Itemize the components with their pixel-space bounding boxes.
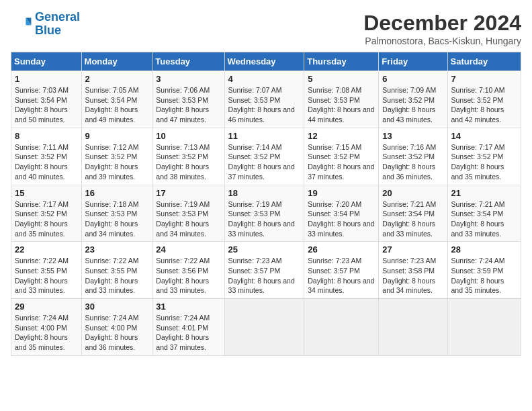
calendar-table: SundayMondayTuesdayWednesdayThursdayFrid… xyxy=(11,52,521,356)
calendar-cell-14: 14Sunrise: 7:17 AMSunset: 3:52 PMDayligh… xyxy=(447,128,521,185)
calendar-cell-28: 28Sunrise: 7:24 AMSunset: 3:59 PMDayligh… xyxy=(447,242,521,299)
logo: General Blue xyxy=(11,11,80,38)
day-number: 28 xyxy=(451,244,517,255)
day-info: Sunrise: 7:18 AMSunset: 3:53 PMDaylight:… xyxy=(85,199,149,239)
calendar-cell-1: 1Sunrise: 7:03 AMSunset: 3:54 PMDaylight… xyxy=(11,71,82,128)
title-block: December 2024 Palmonostora, Bacs-Kiskun,… xyxy=(363,11,521,46)
day-number: 25 xyxy=(228,244,301,255)
calendar-cell-8: 8Sunrise: 7:11 AMSunset: 3:52 PMDaylight… xyxy=(11,128,82,185)
day-number: 7 xyxy=(451,74,517,84)
day-number: 31 xyxy=(156,302,220,312)
calendar-cell-31: 31Sunrise: 7:24 AMSunset: 4:01 PMDayligh… xyxy=(152,299,224,356)
day-info: Sunrise: 7:09 AMSunset: 3:52 PMDaylight:… xyxy=(382,85,443,125)
calendar-body: 1Sunrise: 7:03 AMSunset: 3:54 PMDaylight… xyxy=(11,71,521,356)
calendar-cell-3: 3Sunrise: 7:06 AMSunset: 3:53 PMDaylight… xyxy=(152,71,224,128)
day-number: 3 xyxy=(156,74,220,84)
calendar-title: December 2024 xyxy=(363,11,521,36)
day-number: 18 xyxy=(228,188,301,198)
calendar-cell-empty-4-4 xyxy=(304,299,379,356)
day-info: Sunrise: 7:13 AMSunset: 3:52 PMDaylight:… xyxy=(156,142,220,182)
calendar-cell-27: 27Sunrise: 7:23 AMSunset: 3:58 PMDayligh… xyxy=(379,242,447,299)
day-info: Sunrise: 7:15 AMSunset: 3:52 PMDaylight:… xyxy=(308,142,375,182)
logo-icon xyxy=(11,13,32,35)
logo-text: General Blue xyxy=(35,11,80,38)
calendar-week-1: 8Sunrise: 7:11 AMSunset: 3:52 PMDaylight… xyxy=(11,128,521,185)
calendar-cell-13: 13Sunrise: 7:16 AMSunset: 3:52 PMDayligh… xyxy=(379,128,447,185)
day-info: Sunrise: 7:11 AMSunset: 3:52 PMDaylight:… xyxy=(15,142,78,182)
day-number: 26 xyxy=(308,244,375,255)
calendar-cell-empty-4-3 xyxy=(224,299,304,356)
calendar-cell-2: 2Sunrise: 7:05 AMSunset: 3:54 PMDaylight… xyxy=(81,71,152,128)
day-info: Sunrise: 7:24 AMSunset: 4:00 PMDaylight:… xyxy=(85,313,149,353)
calendar-subtitle: Palmonostora, Bacs-Kiskun, Hungary xyxy=(363,36,521,46)
day-number: 4 xyxy=(228,74,301,84)
calendar-cell-7: 7Sunrise: 7:10 AMSunset: 3:52 PMDaylight… xyxy=(447,71,521,128)
header-tuesday: Tuesday xyxy=(152,52,224,71)
day-info: Sunrise: 7:22 AMSunset: 3:55 PMDaylight:… xyxy=(15,256,78,295)
day-info: Sunrise: 7:12 AMSunset: 3:52 PMDaylight:… xyxy=(85,142,149,182)
calendar-cell-16: 16Sunrise: 7:18 AMSunset: 3:53 PMDayligh… xyxy=(81,185,152,242)
day-info: Sunrise: 7:19 AMSunset: 3:53 PMDaylight:… xyxy=(228,199,301,239)
calendar-cell-29: 29Sunrise: 7:24 AMSunset: 4:00 PMDayligh… xyxy=(11,299,82,356)
calendar-cell-23: 23Sunrise: 7:22 AMSunset: 3:55 PMDayligh… xyxy=(81,242,152,299)
calendar-cell-10: 10Sunrise: 7:13 AMSunset: 3:52 PMDayligh… xyxy=(152,128,224,185)
day-info: Sunrise: 7:17 AMSunset: 3:52 PMDaylight:… xyxy=(15,199,78,239)
calendar-cell-5: 5Sunrise: 7:08 AMSunset: 3:53 PMDaylight… xyxy=(304,71,379,128)
calendar-cell-30: 30Sunrise: 7:24 AMSunset: 4:00 PMDayligh… xyxy=(81,299,152,356)
page-header: General Blue December 2024 Palmonostora,… xyxy=(11,11,521,46)
calendar-cell-empty-4-5 xyxy=(379,299,447,356)
day-number: 5 xyxy=(308,74,375,84)
day-number: 23 xyxy=(85,244,149,255)
calendar-cell-18: 18Sunrise: 7:19 AMSunset: 3:53 PMDayligh… xyxy=(224,185,304,242)
day-number: 16 xyxy=(85,188,149,198)
day-number: 14 xyxy=(451,131,517,141)
day-info: Sunrise: 7:17 AMSunset: 3:52 PMDaylight:… xyxy=(451,142,517,182)
day-number: 13 xyxy=(382,131,443,141)
calendar-cell-empty-4-6 xyxy=(447,299,521,356)
day-info: Sunrise: 7:21 AMSunset: 3:54 PMDaylight:… xyxy=(382,199,443,239)
calendar-week-4: 29Sunrise: 7:24 AMSunset: 4:00 PMDayligh… xyxy=(11,299,521,356)
calendar-week-3: 22Sunrise: 7:22 AMSunset: 3:55 PMDayligh… xyxy=(11,242,521,299)
day-number: 1 xyxy=(15,74,78,84)
day-info: Sunrise: 7:24 AMSunset: 4:01 PMDaylight:… xyxy=(156,313,220,353)
header-saturday: Saturday xyxy=(447,52,521,71)
day-number: 24 xyxy=(156,244,220,255)
logo-line1: General xyxy=(35,10,80,24)
header-wednesday: Wednesday xyxy=(224,52,304,71)
calendar-cell-12: 12Sunrise: 7:15 AMSunset: 3:52 PMDayligh… xyxy=(304,128,379,185)
calendar-header-row: SundayMondayTuesdayWednesdayThursdayFrid… xyxy=(11,52,521,71)
day-info: Sunrise: 7:23 AMSunset: 3:57 PMDaylight:… xyxy=(308,256,375,295)
calendar-cell-6: 6Sunrise: 7:09 AMSunset: 3:52 PMDaylight… xyxy=(379,71,447,128)
day-info: Sunrise: 7:07 AMSunset: 3:53 PMDaylight:… xyxy=(228,85,301,125)
day-info: Sunrise: 7:10 AMSunset: 3:52 PMDaylight:… xyxy=(451,85,517,125)
calendar-cell-26: 26Sunrise: 7:23 AMSunset: 3:57 PMDayligh… xyxy=(304,242,379,299)
calendar-week-0: 1Sunrise: 7:03 AMSunset: 3:54 PMDaylight… xyxy=(11,71,521,128)
day-number: 30 xyxy=(85,302,149,312)
day-number: 6 xyxy=(382,74,443,84)
day-number: 9 xyxy=(85,131,149,141)
day-info: Sunrise: 7:06 AMSunset: 3:53 PMDaylight:… xyxy=(156,85,220,125)
day-info: Sunrise: 7:08 AMSunset: 3:53 PMDaylight:… xyxy=(308,85,375,125)
calendar-cell-17: 17Sunrise: 7:19 AMSunset: 3:53 PMDayligh… xyxy=(152,185,224,242)
day-number: 2 xyxy=(85,74,149,84)
day-info: Sunrise: 7:22 AMSunset: 3:56 PMDaylight:… xyxy=(156,256,220,295)
day-number: 10 xyxy=(156,131,220,141)
header-thursday: Thursday xyxy=(304,52,379,71)
day-number: 22 xyxy=(15,244,78,255)
calendar-cell-21: 21Sunrise: 7:21 AMSunset: 3:54 PMDayligh… xyxy=(447,185,521,242)
calendar-cell-9: 9Sunrise: 7:12 AMSunset: 3:52 PMDaylight… xyxy=(81,128,152,185)
calendar-cell-15: 15Sunrise: 7:17 AMSunset: 3:52 PMDayligh… xyxy=(11,185,82,242)
day-info: Sunrise: 7:20 AMSunset: 3:54 PMDaylight:… xyxy=(308,199,375,239)
day-info: Sunrise: 7:05 AMSunset: 3:54 PMDaylight:… xyxy=(85,85,149,125)
calendar-cell-11: 11Sunrise: 7:14 AMSunset: 3:52 PMDayligh… xyxy=(224,128,304,185)
day-number: 8 xyxy=(15,131,78,141)
calendar-cell-25: 25Sunrise: 7:23 AMSunset: 3:57 PMDayligh… xyxy=(224,242,304,299)
day-info: Sunrise: 7:24 AMSunset: 4:00 PMDaylight:… xyxy=(15,313,78,353)
day-info: Sunrise: 7:21 AMSunset: 3:54 PMDaylight:… xyxy=(451,199,517,239)
header-monday: Monday xyxy=(81,52,152,71)
day-info: Sunrise: 7:14 AMSunset: 3:52 PMDaylight:… xyxy=(228,142,301,182)
day-info: Sunrise: 7:22 AMSunset: 3:55 PMDaylight:… xyxy=(85,256,149,295)
calendar-cell-20: 20Sunrise: 7:21 AMSunset: 3:54 PMDayligh… xyxy=(379,185,447,242)
day-number: 29 xyxy=(15,302,78,312)
day-info: Sunrise: 7:16 AMSunset: 3:52 PMDaylight:… xyxy=(382,142,443,182)
